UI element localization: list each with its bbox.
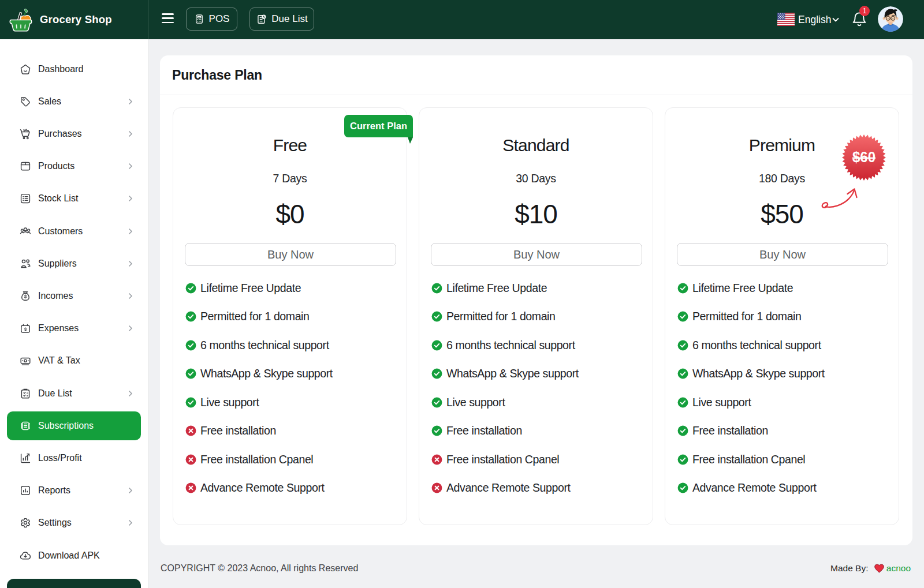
svg-text:$60: $60	[852, 149, 875, 166]
